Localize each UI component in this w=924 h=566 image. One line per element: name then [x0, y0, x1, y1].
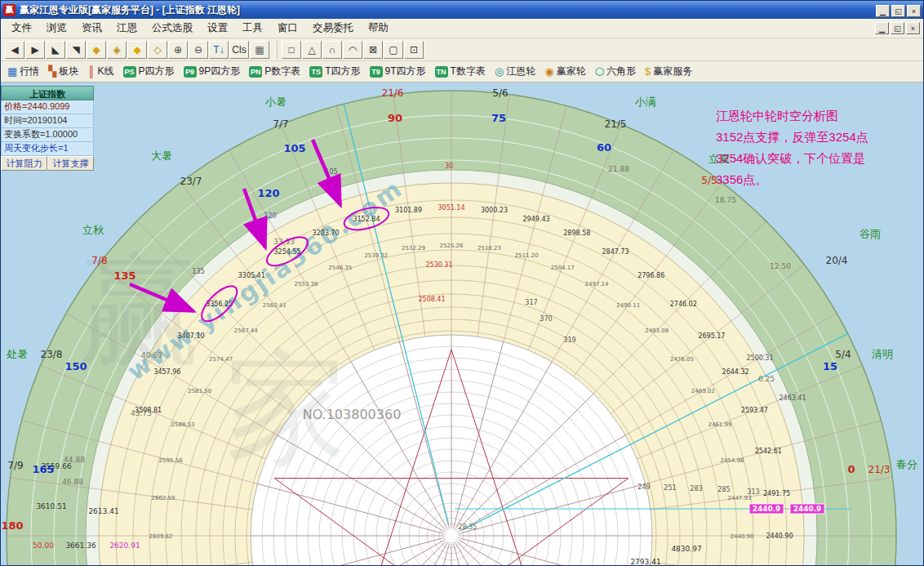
- feature-t-number-table[interactable]: TNT数字表: [435, 65, 486, 78]
- svg-text:7/7: 7/7: [273, 118, 288, 130]
- feature-9p-square[interactable]: P99P四方形: [184, 65, 241, 78]
- svg-text:2447.93: 2447.93: [727, 495, 751, 501]
- calc-support-button[interactable]: 计算支撑: [47, 156, 94, 171]
- menu-news[interactable]: 资讯: [74, 19, 109, 38]
- winner-wheel-icon: ◉: [544, 66, 553, 78]
- svg-text:小满: 小满: [634, 96, 656, 108]
- conversion-factor-row: 变换系数=1.00000: [1, 128, 94, 142]
- chart-area: 赢家www.yingjia360.comNO.1038003602440.902…: [1, 82, 923, 565]
- menu-window[interactable]: 窗口: [270, 19, 305, 38]
- svg-text:2539.32: 2539.32: [364, 252, 388, 259]
- mdi-close-button[interactable]: ×: [906, 22, 920, 34]
- feature-label: 江恩轮: [506, 65, 535, 78]
- app-logo-icon: 赢: [3, 4, 16, 16]
- minimize-button[interactable]: ▁: [876, 5, 890, 17]
- calc-resistance-button[interactable]: 计算阻力: [1, 156, 47, 171]
- menu-trade-order[interactable]: 交易委托: [305, 19, 361, 38]
- svg-text:2581.50: 2581.50: [188, 388, 211, 394]
- svg-text:2508.41: 2508.41: [418, 296, 445, 303]
- triangle-tool-button[interactable]: △: [302, 41, 322, 59]
- mdi-restore-button[interactable]: ◱: [891, 22, 904, 34]
- menu-gann[interactable]: 江恩: [109, 19, 144, 38]
- instrument-info-panel: 上证指数 价格=2440.9099 时间=20190104 变换系数=1.000…: [1, 86, 94, 171]
- feature-label: T四方形: [325, 65, 360, 78]
- price-row: 价格=2440.9099: [1, 100, 94, 114]
- svg-text:46.88: 46.88: [62, 478, 83, 486]
- feature-hexagon[interactable]: ⬡六角形: [595, 65, 636, 78]
- quotes-icon: ▦: [7, 66, 17, 78]
- feature-label: K线: [98, 65, 114, 78]
- svg-text:2463.41: 2463.41: [779, 394, 806, 402]
- feature-winner-wheel[interactable]: ◉赢家轮: [544, 65, 585, 78]
- dashed-rect-tool-button[interactable]: ▢: [384, 41, 403, 59]
- svg-text:2595.56: 2595.56: [159, 457, 183, 464]
- svg-text:2546.35: 2546.35: [328, 265, 352, 271]
- svg-text:23/7: 23/7: [180, 176, 202, 187]
- feature-sectors[interactable]: ▚板块: [48, 65, 78, 78]
- step-row: 周天变化步长=1: [1, 142, 94, 156]
- grid-button[interactable]: ▦: [250, 41, 269, 59]
- gann-gem-2-button[interactable]: ◈: [107, 41, 127, 59]
- svg-text:3101.89: 3101.89: [395, 207, 422, 214]
- svg-text:0: 0: [847, 463, 855, 475]
- menu-file[interactable]: 文件: [4, 19, 39, 38]
- draw-tool-2-button[interactable]: ◥: [66, 41, 86, 59]
- menu-tools[interactable]: 工具: [235, 19, 270, 38]
- svg-text:2602.59: 2602.59: [152, 495, 175, 501]
- arc2-tool-button[interactable]: ◠: [343, 41, 362, 59]
- app-window: 赢 赢家江恩专业版[赢家服务平台] - [上证指数 江恩轮] ▁◱× 文件浏览资…: [0, 0, 924, 566]
- svg-text:5/5: 5/5: [701, 175, 717, 186]
- svg-text:2793.41: 2793.41: [630, 558, 660, 565]
- gann-gem-3-button[interactable]: ◆: [127, 41, 147, 59]
- feature-label: 六角形: [606, 65, 636, 78]
- sectors-icon: ▚: [48, 66, 56, 78]
- gann-gem-1-button[interactable]: ◆: [87, 41, 106, 59]
- dot-rect-tool-button[interactable]: ⊡: [404, 41, 424, 59]
- rect-tool-button[interactable]: □: [282, 41, 301, 59]
- feature-winner-service[interactable]: $赢家服务: [645, 65, 692, 78]
- feature-t-square[interactable]: TST四方形: [309, 65, 360, 78]
- svg-text:2461.99: 2461.99: [708, 421, 731, 428]
- svg-text:大暑: 大暑: [151, 149, 172, 162]
- menu-formula-stock-pick[interactable]: 公式选股: [144, 19, 200, 38]
- menu-browse[interactable]: 浏览: [39, 19, 74, 38]
- svg-text:50.00: 50.00: [33, 541, 54, 550]
- feature-9t-square[interactable]: T99T四方形: [370, 65, 426, 78]
- draw-tool-1-button[interactable]: ◣: [46, 41, 65, 59]
- svg-text:285: 285: [717, 486, 730, 493]
- menu-items: 文件浏览资讯江恩公式选股设置工具窗口交易委托帮助: [4, 19, 396, 38]
- restore-button[interactable]: ◱: [891, 5, 905, 17]
- feature-quotes[interactable]: ▦行情: [7, 65, 39, 78]
- serial-watermark: NO.103800360: [303, 407, 402, 422]
- feature-gann-wheel[interactable]: ◎江恩轮: [495, 65, 535, 78]
- svg-text:2454.96: 2454.96: [720, 457, 744, 464]
- xbox-tool-button[interactable]: ⊠: [363, 41, 383, 59]
- svg-text:3254.55: 3254.55: [273, 248, 300, 256]
- svg-text:2949.43: 2949.43: [522, 216, 549, 223]
- text-tool-button[interactable]: T↓: [209, 41, 229, 59]
- zoom-in-button[interactable]: ⊕: [168, 41, 188, 59]
- forward-button[interactable]: ▶: [25, 41, 45, 59]
- svg-text:105: 105: [283, 142, 305, 154]
- gann-gem-4-button[interactable]: ◇: [148, 41, 167, 59]
- close-button[interactable]: ×: [907, 5, 921, 17]
- menu-settings[interactable]: 设置: [200, 19, 235, 38]
- svg-text:3661.36: 3661.36: [65, 541, 96, 550]
- zoom-out-button[interactable]: ⊖: [189, 41, 208, 59]
- feature-p-square[interactable]: PSP四方形: [123, 65, 175, 78]
- arc-tool-button[interactable]: ∩: [322, 41, 342, 59]
- svg-text:2440.9: 2440.9: [793, 505, 822, 513]
- feature-kline[interactable]: ║K线: [87, 65, 113, 78]
- svg-text:2609.62: 2609.62: [149, 533, 173, 540]
- svg-text:2898.58: 2898.58: [563, 230, 590, 237]
- svg-text:180: 180: [1, 519, 23, 532]
- menu-help[interactable]: 帮助: [361, 19, 396, 38]
- mdi-minimize-button[interactable]: ▁: [875, 22, 889, 34]
- svg-text:3305.41: 3305.41: [238, 272, 265, 279]
- svg-text:2532.29: 2532.29: [402, 245, 425, 252]
- back-button[interactable]: ◀: [5, 41, 24, 59]
- svg-text:135: 135: [113, 270, 135, 282]
- clear-button[interactable]: Cls: [229, 41, 249, 59]
- svg-text:283: 283: [690, 485, 702, 492]
- feature-p-number-table[interactable]: PNP数字表: [249, 65, 300, 78]
